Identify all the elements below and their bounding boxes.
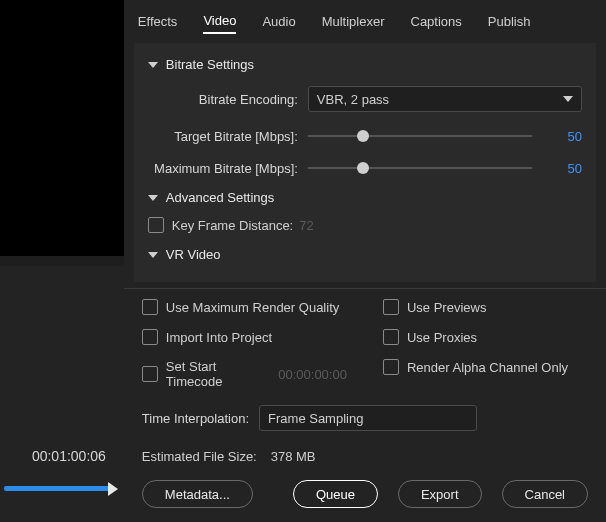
bitrate-encoding-value: VBR, 2 pass: [317, 92, 389, 107]
chevron-down-icon: [563, 96, 573, 102]
use-proxies-label: Use Proxies: [407, 330, 477, 345]
time-interpolation-value: Frame Sampling: [268, 411, 363, 426]
import-project-checkbox[interactable]: [142, 329, 158, 345]
use-previews-checkbox[interactable]: [383, 299, 399, 315]
section-vr-video[interactable]: VR Video: [148, 247, 582, 262]
max-bitrate-slider[interactable]: [308, 160, 532, 176]
chevron-down-icon: [148, 62, 158, 68]
cancel-button[interactable]: Cancel: [502, 480, 588, 508]
chevron-down-icon: [148, 252, 158, 258]
section-title: Bitrate Settings: [166, 57, 254, 72]
estimated-size-label: Estimated File Size:: [142, 449, 257, 464]
start-timecode-value[interactable]: 00:00:00:00: [278, 367, 347, 382]
use-proxies-checkbox[interactable]: [383, 329, 399, 345]
timeline-scrubber[interactable]: [0, 476, 124, 522]
tab-audio[interactable]: Audio: [262, 10, 295, 33]
use-previews-label: Use Previews: [407, 300, 486, 315]
time-interpolation-select[interactable]: Frame Sampling: [259, 405, 477, 431]
section-title: Advanced Settings: [166, 190, 274, 205]
target-bitrate-slider[interactable]: [308, 128, 532, 144]
estimated-size-value: 378 MB: [271, 449, 316, 464]
preview-viewport: [0, 0, 124, 256]
export-button[interactable]: Export: [398, 480, 482, 508]
timecode-display: 00:01:00:06: [32, 448, 106, 464]
render-alpha-checkbox[interactable]: [383, 359, 399, 375]
use-max-render-checkbox[interactable]: [142, 299, 158, 315]
section-bitrate-settings[interactable]: Bitrate Settings: [148, 57, 582, 72]
tab-publish[interactable]: Publish: [488, 10, 531, 33]
import-project-label: Import Into Project: [166, 330, 272, 345]
tab-multiplexer[interactable]: Multiplexer: [322, 10, 385, 33]
use-max-render-label: Use Maximum Render Quality: [166, 300, 339, 315]
left-panel: [0, 266, 124, 436]
section-advanced-settings[interactable]: Advanced Settings: [148, 190, 582, 205]
render-alpha-label: Render Alpha Channel Only: [407, 360, 568, 375]
export-tabs: Effects Video Audio Multiplexer Captions…: [124, 0, 606, 37]
target-bitrate-label: Target Bitrate [Mbps]:: [148, 129, 308, 144]
metadata-button[interactable]: Metadata...: [142, 480, 253, 508]
bitrate-encoding-select[interactable]: VBR, 2 pass: [308, 86, 582, 112]
queue-button[interactable]: Queue: [293, 480, 378, 508]
section-title: VR Video: [166, 247, 221, 262]
max-bitrate-label: Maximum Bitrate [Mbps]:: [148, 161, 308, 176]
keyframe-distance-checkbox[interactable]: [148, 217, 164, 233]
tab-captions[interactable]: Captions: [411, 10, 462, 33]
playhead-icon: [108, 482, 118, 496]
max-bitrate-value[interactable]: 50: [532, 161, 582, 176]
set-start-tc-checkbox[interactable]: [142, 366, 158, 382]
set-start-tc-label: Set Start Timecode: [166, 359, 270, 389]
bitrate-encoding-label: Bitrate Encoding:: [148, 92, 308, 107]
keyframe-distance-value[interactable]: 72: [299, 218, 313, 233]
time-interpolation-label: Time Interpolation:: [142, 411, 249, 426]
target-bitrate-value[interactable]: 50: [532, 129, 582, 144]
chevron-down-icon: [148, 195, 158, 201]
tab-effects[interactable]: Effects: [138, 10, 178, 33]
keyframe-distance-label: Key Frame Distance:: [172, 218, 293, 233]
tab-video[interactable]: Video: [203, 9, 236, 34]
